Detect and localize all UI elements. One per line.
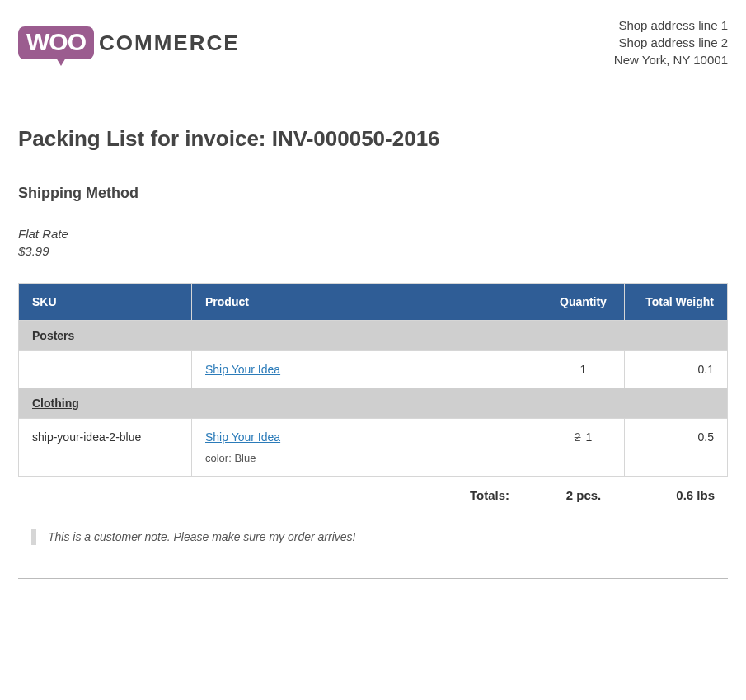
logo-text: COMMERCE xyxy=(99,31,240,56)
cell-weight: 0.1 xyxy=(625,351,728,388)
items-table: SKU Product Quantity Total Weight Poster… xyxy=(18,283,728,477)
category-header: Posters xyxy=(19,321,728,351)
totals-row: Totals: 2 pcs. 0.6 lbs xyxy=(18,488,728,502)
page-title: Packing List for invoice: INV-000050-201… xyxy=(18,126,728,152)
category-header: Clothing xyxy=(19,388,728,419)
cell-weight: 0.5 xyxy=(625,419,728,477)
logo: WOO COMMERCE xyxy=(18,16,240,59)
col-header-quantity: Quantity xyxy=(542,284,625,321)
footer-divider xyxy=(18,578,728,579)
logo-badge-icon: WOO xyxy=(18,26,94,59)
shipping-method-detail: Flat Rate $3.99 xyxy=(18,225,728,260)
product-link[interactable]: Ship Your Idea xyxy=(205,363,280,376)
shop-address: Shop address line 1 Shop address line 2 … xyxy=(614,16,728,68)
shop-address-line2: Shop address line 2 xyxy=(614,34,728,51)
product-meta: color: Blue xyxy=(205,452,528,464)
col-header-product: Product xyxy=(192,284,542,321)
shipping-method-price: $3.99 xyxy=(18,242,728,260)
customer-note: This is a customer note. Please make sur… xyxy=(31,529,728,545)
cell-product: Ship Your Ideacolor: Blue xyxy=(192,419,542,477)
totals-weight: 0.6 lbs xyxy=(625,488,728,502)
cell-quantity: 2 1 xyxy=(542,419,625,477)
cell-product: Ship Your Idea xyxy=(192,351,542,388)
table-row: ship-your-idea-2-blueShip Your Ideacolor… xyxy=(19,419,728,477)
cell-quantity: 1 xyxy=(542,351,625,388)
shipping-method-heading: Shipping Method xyxy=(18,185,728,202)
cell-sku: ship-your-idea-2-blue xyxy=(19,419,192,477)
totals-label: Totals: xyxy=(470,488,542,502)
col-header-total-weight: Total Weight xyxy=(625,284,728,321)
col-header-sku: SKU xyxy=(19,284,192,321)
shop-address-line3: New York, NY 10001 xyxy=(614,51,728,68)
shop-address-line1: Shop address line 1 xyxy=(614,16,728,34)
cell-sku xyxy=(19,351,192,388)
document-header: WOO COMMERCE Shop address line 1 Shop ad… xyxy=(18,16,728,68)
totals-qty: 2 pcs. xyxy=(542,488,625,502)
product-link[interactable]: Ship Your Idea xyxy=(205,430,280,444)
table-row: Ship Your Idea10.1 xyxy=(19,351,728,388)
shipping-method-name: Flat Rate xyxy=(18,225,728,242)
